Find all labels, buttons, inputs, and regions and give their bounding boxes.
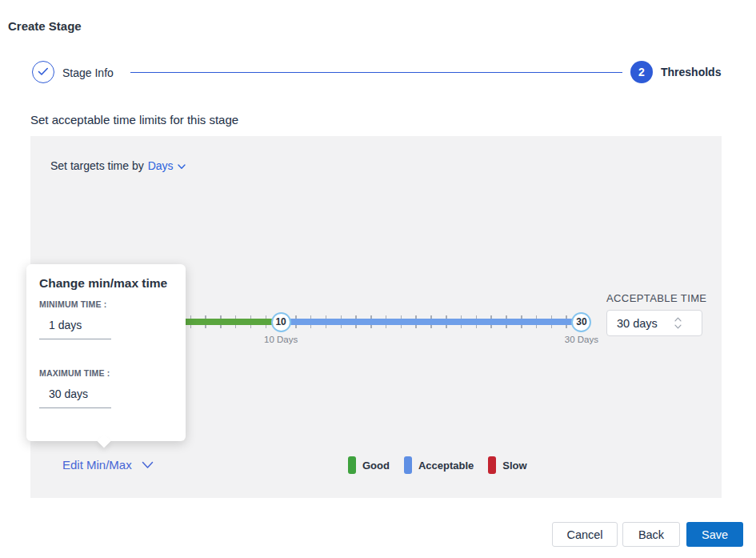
- step-stage-info-indicator[interactable]: [32, 61, 54, 83]
- acceptable-time-input[interactable]: [607, 317, 673, 330]
- step-stage-info-label[interactable]: Stage Info: [62, 66, 114, 79]
- legend-item-acceptable: Acceptable: [404, 456, 474, 474]
- check-icon: [38, 65, 49, 79]
- edit-minmax-label: Edit Min/Max: [62, 458, 132, 472]
- slow-label: Slow: [502, 460, 526, 472]
- legend-item-slow: Slow: [488, 456, 526, 474]
- spinner-up-icon[interactable]: [674, 317, 682, 322]
- edit-minmax-link[interactable]: Edit Min/Max: [62, 458, 154, 472]
- stepper-connector-line: [130, 72, 622, 73]
- set-targets-row: Set targets time by Days: [50, 159, 186, 172]
- legend-item-good: Good: [348, 456, 390, 474]
- page-title: Create Stage: [8, 19, 82, 33]
- popover-title: Change min/max time: [39, 276, 167, 291]
- spinner-down-icon[interactable]: [674, 324, 682, 329]
- good-swatch: [348, 456, 356, 474]
- create-stage-page: Create Stage Stage Info 2 Thresholds Set…: [0, 0, 756, 558]
- maximum-time-label: MAXIMUM TIME :: [39, 368, 110, 378]
- acceptable-time-box: [606, 310, 702, 336]
- acceptable-label: Acceptable: [418, 460, 474, 472]
- back-button[interactable]: Back: [622, 522, 680, 547]
- section-heading: Set acceptable time limits for this stag…: [30, 113, 238, 126]
- minimum-time-label: MINIMUM TIME :: [39, 299, 106, 309]
- slider-handle-max[interactable]: 30: [571, 312, 591, 332]
- legend: Good Acceptable Slow: [348, 456, 527, 474]
- step-thresholds-indicator[interactable]: 2: [630, 61, 653, 83]
- set-targets-label: Set targets time by: [50, 159, 144, 172]
- slider-max-caption: 30 Days: [558, 335, 606, 344]
- slider-min-caption: 10 Days: [257, 335, 305, 344]
- chevron-down-icon: [178, 159, 186, 172]
- unit-dropdown-value: Days: [148, 159, 174, 172]
- unit-dropdown[interactable]: Days: [148, 159, 186, 172]
- change-minmax-popover: Change min/max time MINIMUM TIME : MAXIM…: [26, 264, 186, 441]
- acceptable-time-spinner: [674, 317, 682, 329]
- minimum-time-input[interactable]: [39, 314, 111, 339]
- slider-handle-min[interactable]: 10: [271, 312, 291, 332]
- good-label: Good: [362, 460, 390, 472]
- acceptable-swatch: [404, 456, 412, 474]
- step-number: 2: [638, 66, 645, 78]
- slider-segment-acceptable[interactable]: [281, 319, 582, 325]
- cancel-button[interactable]: Cancel: [552, 522, 618, 547]
- step-thresholds-label: Thresholds: [661, 66, 721, 78]
- maximum-time-input[interactable]: [39, 383, 111, 408]
- save-button[interactable]: Save: [686, 522, 743, 547]
- acceptable-time-label: ACCEPTABLE TIME: [606, 292, 706, 304]
- slow-swatch: [488, 456, 496, 474]
- chevron-down-icon: [142, 458, 154, 472]
